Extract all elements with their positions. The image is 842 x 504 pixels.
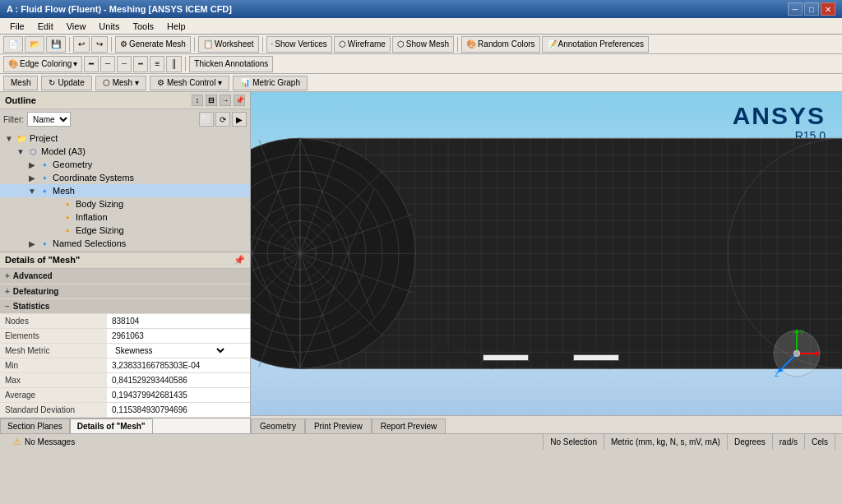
model-icon: ⬡ <box>26 146 39 157</box>
show-mesh-label: Show Mesh <box>406 39 449 49</box>
status-bar: ⚠ No Messages No Selection Metric (mm, k… <box>0 433 842 450</box>
tree-body-sizing[interactable]: 🔸 Body Sizing <box>0 197 250 210</box>
tree-expander-coord: ▶ <box>26 172 38 183</box>
tree-geometry[interactable]: ▶ 🔹 Geometry <box>0 158 250 171</box>
annotation-pref-label: Annotation Preferences <box>558 39 645 49</box>
minimize-button[interactable]: ─ <box>788 2 803 16</box>
outline-ctrl-1[interactable]: ↕ <box>192 95 203 106</box>
tree-mesh[interactable]: ▼ 🔹 Mesh <box>0 184 250 197</box>
filter-select[interactable]: Name <box>27 112 71 127</box>
thicken-annotations-button[interactable]: Thicken Annotations <box>189 56 273 72</box>
mesh-tab-label: Mesh <box>11 78 30 87</box>
cells-value: Cels <box>812 437 828 446</box>
maximize-button[interactable]: □ <box>804 2 819 16</box>
tree-named-selections[interactable]: ▶ 🔹 Named Selections <box>0 237 250 250</box>
new-button[interactable]: 📄 <box>3 36 23 53</box>
mesh-menu-tab[interactable]: ⬡ Mesh ▾ <box>95 76 146 90</box>
tree-coord-systems[interactable]: ▶ 🔹 Coordinate Systems <box>0 171 250 184</box>
filter-row: Filter: Name ⬜ ⟳ ▶ <box>0 109 250 130</box>
tree-expander-project: ▼ <box>3 132 15 144</box>
wireframe-label: Wireframe <box>348 39 386 49</box>
annotation-preferences-button[interactable]: 📝 Annotation Preferences <box>542 36 650 53</box>
section-statistics[interactable]: −Statistics <box>0 298 250 313</box>
scale-37: 37,50 <box>600 362 619 370</box>
edge-style2-button[interactable]: ╌ <box>100 56 115 72</box>
row-average: Average 0,194379942681435 <box>0 387 250 402</box>
toolbar-separator-4 <box>262 37 263 52</box>
print-preview-tab[interactable]: Print Preview <box>305 418 372 433</box>
mesh-metric-select[interactable]: Skewness <box>112 345 227 356</box>
scale-0: 0,00 <box>438 345 453 354</box>
bottom-tabs-right: Geometry Print Preview Report Preview <box>251 415 842 433</box>
mesh-metric-label: Mesh Metric <box>0 343 107 358</box>
status-units: Metric (mm, kg, N, s, mV, mA) <box>604 434 728 450</box>
filter-icon-3[interactable]: ▶ <box>232 112 247 127</box>
mesh-tab[interactable]: Mesh <box>3 76 38 90</box>
undo-button[interactable]: ↩ <box>73 36 90 53</box>
show-mesh-button[interactable]: ⬡ Show Mesh <box>392 36 454 53</box>
window-title: A : Fluid Flow (Fluent) - Meshing [ANSYS… <box>7 4 232 14</box>
edge-style4-button[interactable]: ╍ <box>133 56 148 72</box>
report-preview-tab[interactable]: Report Preview <box>372 418 446 433</box>
scale-labels-bottom: 12,50 37,50 <box>438 362 619 370</box>
edge-style5-button[interactable]: ≡ <box>150 56 164 72</box>
menu-file[interactable]: File <box>3 18 31 34</box>
details-panel: Details of "Mesh" 📌 +Advanced +Defeaturi… <box>0 252 250 433</box>
mesh-menu-icon: ⬡ <box>103 78 110 87</box>
worksheet-button[interactable]: 📋 Worksheet <box>198 36 259 53</box>
random-colors-button[interactable]: 🎨 Random Colors <box>461 36 539 53</box>
menu-tools[interactable]: Tools <box>126 18 160 34</box>
generate-mesh-button[interactable]: ⚙ Generate Mesh <box>115 36 191 53</box>
outline-ctrl-pin[interactable]: 📌 <box>234 95 245 106</box>
scale-seg-1 <box>438 354 483 361</box>
geometry-tab[interactable]: Geometry <box>251 418 305 433</box>
tree-inflation[interactable]: 🔸 Inflation <box>0 210 250 224</box>
menu-view[interactable]: View <box>60 18 93 34</box>
status-cells: Cels <box>805 434 835 450</box>
scale-12: 12,50 <box>483 362 502 370</box>
menu-bar: File Edit View Units Tools Help <box>0 18 842 35</box>
status-angles: Degrees <box>728 434 773 450</box>
save-button[interactable]: 💾 <box>46 36 66 53</box>
viewport[interactable]: ANSYS R15.0 <box>251 92 842 415</box>
show-vertices-button[interactable]: · Show Vertices <box>266 36 332 53</box>
left-panel: Outline ↕ ⊟ → 📌 Filter: Name ⬜ ⟳ ▶ <box>0 92 251 433</box>
edge-coloring-button[interactable]: 🎨 Edge Coloring ▾ <box>3 56 82 72</box>
mesh-menu-label: Mesh ▾ <box>113 78 139 87</box>
menu-edit[interactable]: Edit <box>31 18 60 34</box>
tree-project[interactable]: ▼ 📁 Project <box>0 132 250 145</box>
filter-label: Filter: <box>3 115 24 124</box>
section-advanced[interactable]: +Advanced <box>0 269 250 284</box>
details-mesh-tab[interactable]: Details of "Mesh" <box>70 418 153 433</box>
tree-edge-sizing[interactable]: 🔸 Edge Sizing <box>0 224 250 237</box>
open-button[interactable]: 📂 <box>25 36 44 53</box>
section-planes-label: Section Planes <box>7 422 62 431</box>
filter-icon-1[interactable]: ⬜ <box>199 112 214 127</box>
outline-ctrl-3[interactable]: → <box>220 95 231 106</box>
menu-units[interactable]: Units <box>92 18 126 34</box>
details-header: Details of "Mesh" 📌 <box>0 252 250 269</box>
section-planes-tab[interactable]: Section Planes <box>0 418 70 433</box>
outline-ctrl-2[interactable]: ⊟ <box>206 95 217 106</box>
tree-geometry-label: Geometry <box>53 160 92 169</box>
section-defeaturing[interactable]: +Defeaturing <box>0 284 250 298</box>
status-selection: No Selection <box>544 434 604 450</box>
edge-style6-button[interactable]: ║ <box>166 56 182 72</box>
wireframe-button[interactable]: ⬡ Wireframe <box>334 36 391 53</box>
tree-expander-geometry: ▶ <box>26 159 38 170</box>
edge-style-button[interactable]: ━ <box>84 56 99 72</box>
selection-value: No Selection <box>550 437 597 446</box>
edge-style3-button[interactable]: ┄ <box>117 56 132 72</box>
metric-graph-tab[interactable]: 📊 Metric Graph <box>233 76 308 90</box>
filter-icon-2[interactable]: ⟳ <box>215 112 230 127</box>
update-tab[interactable]: ↻ Update <box>41 76 91 90</box>
redo-button[interactable]: ↪ <box>91 36 108 53</box>
mesh-control-tab[interactable]: ⚙ Mesh Control ▾ <box>150 76 229 90</box>
close-button[interactable]: ✕ <box>821 2 835 16</box>
geometry-icon: 🔹 <box>38 159 51 170</box>
menu-help[interactable]: Help <box>160 18 192 34</box>
tree-model[interactable]: ▼ ⬡ Model (A3) <box>0 145 250 158</box>
mesh-metric-value[interactable]: Skewness <box>107 343 250 358</box>
scale-seg-2 <box>483 354 529 361</box>
scale-50: 50,00 (mm) <box>581 345 618 354</box>
